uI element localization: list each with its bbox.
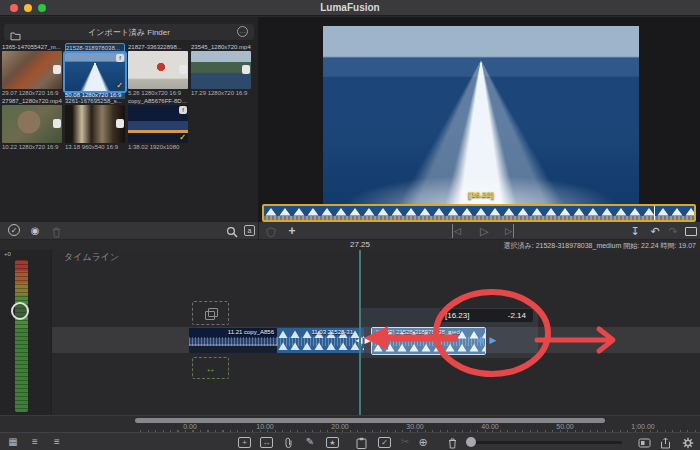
filmstrip-playhead[interactable] (654, 206, 655, 220)
clip-info: 10.22 1280x720 16:9 (2, 143, 62, 151)
list-item-selected[interactable]: 21528-318978038... f ✓ 50.08 1280x720 16… (65, 43, 125, 99)
variant-badge-icon: f (179, 106, 187, 114)
mark-done-icon[interactable]: ✓ (8, 224, 20, 236)
volume-knob[interactable] (11, 302, 29, 320)
redo-icon[interactable]: ↷ (666, 224, 680, 238)
timeline-panel: +0 タイムライン ↔ 11.21 copy_A856 11.03 2152 (0, 250, 700, 415)
shield-icon[interactable] (266, 225, 276, 239)
clip-waveform (189, 337, 277, 346)
gain-label: +0 (4, 251, 11, 257)
clip-thumbnail[interactable] (65, 105, 125, 143)
track-list-icon[interactable]: ≡ (28, 435, 42, 449)
used-check-icon: ✓ (116, 81, 123, 90)
clip-thumbnail[interactable] (2, 105, 62, 143)
project-manager-icon[interactable]: ▦ (6, 435, 20, 449)
paste-clipboard-icon[interactable] (356, 436, 367, 450)
clip-thumbnail[interactable]: f ✓ (65, 53, 125, 91)
multiselect-icon[interactable]: ✓ (378, 437, 391, 448)
ruler-tick-label: 40.00 (470, 423, 510, 430)
film-badge-icon (53, 119, 61, 128)
clip-thumbnail[interactable] (191, 51, 251, 89)
more-options-icon[interactable]: … (237, 26, 248, 37)
titlebar: LumaFusion (0, 0, 700, 16)
clip-waveform (277, 337, 364, 346)
undo-icon[interactable]: ↶ (648, 224, 662, 238)
trash-icon[interactable] (52, 225, 61, 239)
film-badge-icon (179, 65, 187, 74)
ruler-tick-label: 20.00 (320, 423, 360, 430)
sort-icon[interactable]: a (244, 225, 255, 236)
search-icon[interactable] (226, 225, 238, 239)
split-scissors-icon[interactable]: ✂ (398, 435, 412, 449)
video-preview[interactable]: [16.22] (323, 26, 639, 204)
bottom-toolbar: ▦ ≡ ≡ + ↔ ✎ ★ ✓ ✂ ⊕ (0, 432, 700, 450)
ruler-tick-label: 10.00 (245, 423, 285, 430)
film-badge-icon (242, 65, 250, 74)
film-badge-icon (53, 65, 61, 74)
timeline-clip-1[interactable]: 11.21 copy_A856 (189, 328, 277, 353)
preview-duration-overlay: [16.22] (323, 190, 639, 199)
clip-name: 1365-147055427_m... (2, 43, 62, 51)
film-badge-icon (116, 119, 124, 128)
track-controls-icon[interactable]: ≡ (50, 435, 64, 449)
selected-trim-out-handle-icon[interactable]: ◀ (475, 328, 485, 353)
next-frame-icon[interactable]: ▷ (505, 224, 514, 238)
ruler-tick-label: 30.00 (395, 423, 435, 430)
add-circle-icon[interactable]: ⊕ (416, 435, 430, 449)
timeline-clip-3-selected[interactable]: [16.23] 21528-318978038_med (372, 328, 485, 354)
delete-clip-icon[interactable] (448, 436, 457, 450)
insert-at-playhead-icon[interactable]: ↧ (628, 224, 642, 238)
lumafusion-window: LumaFusion インポート済み Finder … 1365-1470554… (0, 0, 700, 450)
clip-name: copy_A85676FF-8D... (128, 97, 188, 105)
clip-info: 5.26 1280x720 16:9 (128, 89, 188, 97)
used-check-icon: ✓ (179, 133, 186, 142)
link-clips-icon[interactable] (284, 436, 293, 450)
record-icon[interactable]: ◉ (28, 224, 42, 238)
ruler-tick-label: 0.00 (170, 423, 210, 430)
list-item[interactable]: copy_A85676FF-8D... f ✓ 1:38.02 1920x108… (128, 97, 188, 151)
list-item[interactable]: 23545_1280x720.mp4 17.29 1280x720 16:9 (191, 43, 251, 97)
fullscreen-preview-icon[interactable] (685, 227, 697, 236)
filmstrip-audio-waveform (264, 216, 694, 220)
clip-name: 21528-318978038... (65, 43, 125, 53)
clip-thumbnail[interactable] (2, 51, 62, 89)
clip-thumbnail[interactable] (128, 51, 188, 89)
clip-name: 27987_1280x720.mp4 (2, 97, 62, 105)
list-item[interactable]: 21827-336322898... 5.26 1280x720 16:9 (128, 43, 188, 97)
list-item[interactable]: 27987_1280x720.mp4 10.22 1280x720 16:9 (2, 97, 62, 151)
overwrite-clip-icon[interactable]: ↔ (260, 437, 273, 448)
dual-display-icon[interactable] (638, 436, 651, 450)
list-item[interactable]: 3261-167695258_s... 13.18 960x540 16:9 (65, 97, 125, 151)
ruler-tick-label: 50.00 (545, 423, 585, 430)
add-clip-icon[interactable]: + (286, 224, 298, 238)
play-icon[interactable]: ▷ (480, 224, 488, 238)
settings-gear-icon[interactable] (682, 436, 694, 450)
clip-label: [16.23] 21528-318978038_med (372, 328, 485, 337)
clip-thumbnail[interactable]: f ✓ (128, 105, 188, 143)
overlay-track-drop-zone[interactable] (192, 301, 229, 325)
timeline-clip-2[interactable]: 11.03 21528-31 (277, 328, 364, 353)
clip-info: 13.18 960x540 16:9 (65, 143, 125, 151)
share-export-icon[interactable] (660, 436, 671, 450)
transition-drop-zone[interactable]: ↔ (192, 357, 229, 379)
clip-info: 17.29 1280x720 16:9 (191, 89, 251, 97)
source-filmstrip-trimmer[interactable] (262, 204, 696, 222)
insert-clip-icon[interactable]: + (238, 437, 251, 448)
audio-level-meter (15, 260, 28, 412)
library-source-title[interactable]: インポート済み Finder (4, 27, 254, 38)
timeline-playhead[interactable] (359, 250, 361, 432)
clip-label: 11.21 copy_A856 (189, 328, 277, 337)
trim-delta: -2.14 (508, 309, 526, 322)
clip-info: 1:38.02 1920x1080 (128, 143, 188, 151)
previous-frame-icon[interactable]: ◁ (452, 224, 461, 238)
trim-drag-ghost-icon[interactable]: ▶ (488, 328, 498, 353)
ruler-tick-label: 1:00.00 (623, 423, 663, 430)
window-title: LumaFusion (0, 2, 700, 13)
transition-arrows-icon: ↔ (206, 363, 216, 374)
preset-star-icon[interactable]: ★ (326, 437, 339, 448)
timeline-title: タイムライン (64, 251, 119, 264)
zoom-slider-track[interactable] (470, 441, 622, 444)
list-item[interactable]: 1365-147055427_m... 29.07 1280x720 16:9 (2, 43, 62, 97)
edit-pencil-icon[interactable]: ✎ (303, 435, 317, 449)
zoom-slider-knob[interactable] (466, 437, 476, 447)
